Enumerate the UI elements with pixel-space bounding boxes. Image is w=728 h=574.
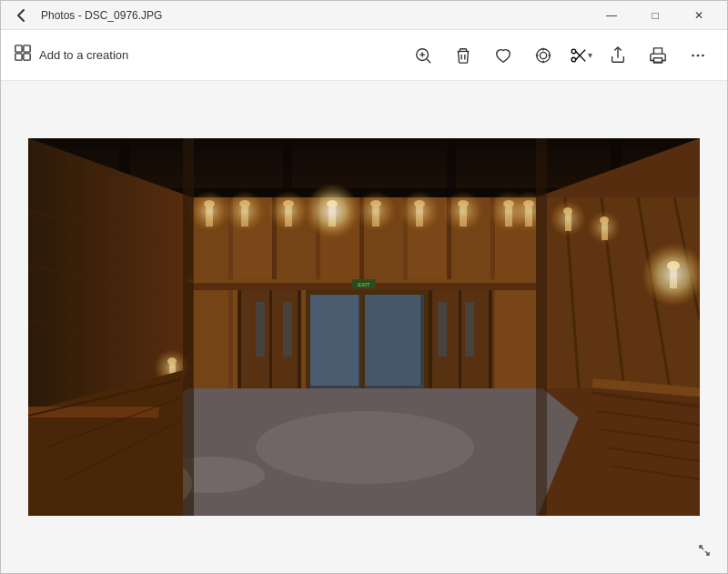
- svg-point-10: [537, 48, 551, 62]
- svg-rect-1: [24, 45, 30, 52]
- svg-rect-2: [15, 54, 22, 60]
- photo-container: EXIT: [28, 138, 700, 516]
- svg-point-23: [692, 54, 694, 56]
- back-button[interactable]: [8, 3, 34, 28]
- title-bar: Photos - DSC_0976.JPG — □ ✕: [1, 1, 727, 30]
- minimize-button[interactable]: —: [591, 1, 632, 30]
- svg-point-11: [540, 52, 546, 58]
- edit-button[interactable]: ▾: [565, 37, 596, 74]
- photo-image: EXIT: [28, 138, 700, 516]
- window-title: Photos - DSC_0976.JPG: [41, 9, 591, 22]
- svg-point-24: [697, 54, 700, 56]
- svg-rect-3: [24, 54, 30, 60]
- content-area: EXIT: [1, 81, 727, 573]
- close-button[interactable]: ✕: [678, 1, 720, 30]
- add-creation-label: Add to a creation: [39, 48, 128, 63]
- more-button[interactable]: [680, 37, 716, 74]
- add-to-creation-button[interactable]: Add to a creation: [5, 38, 141, 72]
- delete-button[interactable]: [445, 37, 481, 74]
- add-creation-icon: [14, 44, 32, 66]
- toolbar-actions: ▾: [405, 37, 716, 74]
- svg-line-18: [576, 51, 585, 61]
- expand-button[interactable]: [696, 542, 713, 562]
- svg-rect-21: [653, 57, 662, 62]
- zoom-in-button[interactable]: [405, 37, 441, 74]
- svg-line-19: [576, 49, 585, 59]
- maximize-button[interactable]: □: [634, 1, 676, 30]
- enhance-button[interactable]: [525, 37, 561, 74]
- svg-point-17: [571, 57, 576, 62]
- expand-icon: [696, 542, 713, 559]
- toolbar: Add to a creation: [1, 30, 727, 81]
- share-button[interactable]: [600, 37, 636, 74]
- favorite-button[interactable]: [485, 37, 521, 74]
- svg-rect-148: [28, 138, 700, 516]
- svg-rect-0: [15, 45, 22, 52]
- svg-line-5: [427, 59, 430, 63]
- svg-point-16: [571, 49, 576, 54]
- print-button[interactable]: [640, 37, 676, 74]
- app-window: Photos - DSC_0976.JPG — □ ✕ Add to a cre…: [0, 0, 728, 574]
- svg-point-25: [702, 54, 704, 56]
- window-controls: — □ ✕: [591, 1, 720, 30]
- edit-dropdown-arrow: ▾: [588, 50, 592, 60]
